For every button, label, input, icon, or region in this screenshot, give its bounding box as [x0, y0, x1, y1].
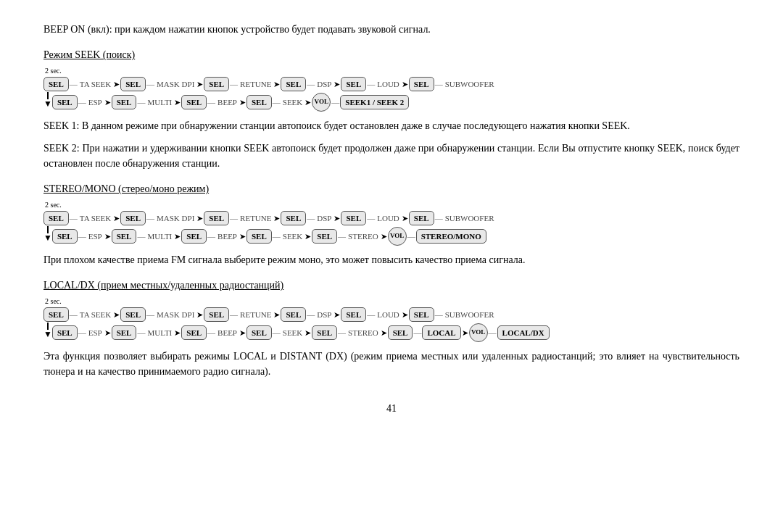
- s2-r2-sel-4: SEL: [246, 229, 272, 244]
- multi-label: MULTI: [146, 96, 173, 109]
- section-local-title: LOCAL/DX (прием местных/удаленных радиос…: [44, 278, 740, 293]
- ta-seek-label-1: TA SEEK: [78, 78, 112, 91]
- stereo-desc: При плохом качестве приема FM сигнала вы…: [44, 252, 740, 267]
- s3-seek: SEEK: [281, 327, 304, 339]
- s2-subwoofer: SUBWOOFER: [444, 212, 496, 225]
- s3-r2-sel-3: SEL: [181, 325, 207, 340]
- s2-btn-sel-5: SEL: [341, 211, 366, 225]
- s2-btn-sel-1: SEL: [44, 211, 69, 225]
- s2-r2-sel-5: SEL: [312, 229, 337, 244]
- stereo-diagram: 2 sec. SEL — TA SEEK ➤ SEL — MASK DPI ➤ …: [44, 199, 740, 246]
- s2-seek: SEEK: [281, 230, 304, 243]
- seek-row2-group: ▼ SEL — ESP ➤ SEL — MULTI ➤ SEL — BEEP ➤…: [44, 92, 740, 112]
- btn-sel-r2-2: SEL: [112, 95, 137, 109]
- stereo-mono-label: STEREO/MONO: [416, 229, 486, 244]
- local-diagram: 2 sec. SEL — TA SEEK ➤ SEL — MASK DPI ➤ …: [44, 296, 740, 343]
- section-local: LOCAL/DX (прием местных/удаленных радиос…: [44, 278, 740, 379]
- s3-loud: LOUD: [376, 309, 401, 321]
- local-desc: Эта функция позволяет выбирать режимы LO…: [44, 349, 740, 379]
- stereo-row2-group: ▼ SEL — ESP ➤ SEL — MULTI ➤ SEL — BEEP ➤…: [44, 226, 740, 246]
- section-seek-title: Режим SEEK (поиск): [44, 47, 740, 62]
- s2-multi: MULTI: [146, 230, 173, 243]
- s2-btn-vol: VOL: [388, 227, 407, 246]
- btn-sel-r2-4: SEL: [246, 95, 272, 109]
- section-stereo: STEREO/MONO (стерео/моно режим) 2 sec. S…: [44, 181, 740, 267]
- s3-btn-sel-6: SEL: [409, 307, 434, 322]
- retune-label: RETUNE: [239, 78, 273, 91]
- local-row2-group: ▼ SEL — ESP ➤ SEL — MULTI ➤ SEL — BEEP ➤…: [44, 323, 740, 343]
- s2-beep: BEEP: [216, 230, 239, 243]
- s2-r2-sel-1: SEL: [52, 229, 78, 244]
- s3-beep: BEEP: [216, 327, 239, 339]
- s3-btn-sel-2: SEL: [120, 307, 146, 322]
- beep-label: BEEP: [216, 96, 239, 109]
- seek1-text: SEEK 1: В данном режиме при обнаружении …: [44, 118, 740, 133]
- seek1-seek2-label: SEEK1 / SEEK 2: [340, 95, 409, 109]
- btn-sel-r2-1: SEL: [52, 95, 78, 109]
- section-stereo-title: STEREO/MONO (стерео/моно режим): [44, 181, 740, 196]
- stereo-row1: SEL — TA SEEK ➤ SEL — MASK DPI ➤ SEL — R…: [44, 211, 740, 225]
- btn-sel-5: SEL: [341, 77, 366, 91]
- btn-vol-1: VOL: [312, 93, 331, 112]
- s2-mask-dpi: MASK DPI: [155, 212, 196, 225]
- s3-r2-sel-6: SEL: [388, 325, 413, 340]
- s2-r2-sel-2: SEL: [112, 229, 137, 244]
- s2-btn-sel-3: SEL: [204, 211, 229, 225]
- local-row1: SEL — TA SEEK ➤ SEL — MASK DPI ➤ SEL — R…: [44, 307, 740, 322]
- beep-on-text: BEEP ON (вкл): при каждом нажатии кнопок…: [44, 22, 740, 37]
- seek-label: SEEK: [281, 96, 304, 109]
- s3-subwoofer: SUBWOOFER: [444, 309, 496, 321]
- s3-btn-sel-5: SEL: [341, 307, 366, 322]
- s2-loud: LOUD: [376, 212, 401, 225]
- s3-stereo: STEREO: [347, 327, 380, 339]
- s3-r2-sel-4: SEL: [246, 325, 272, 340]
- s2-r2-sel-3: SEL: [181, 229, 207, 244]
- seek2-text: SEEK 2: При нажатии и удерживании кнопки…: [44, 141, 740, 171]
- s3-r2-sel-1: SEL: [52, 325, 78, 340]
- seek-diagram: 2 sec. SEL — TA SEEK ➤ SEL — MASK DPI ➤ …: [44, 65, 740, 112]
- btn-sel-2: SEL: [120, 77, 146, 91]
- s2-btn-sel-2: SEL: [120, 211, 146, 225]
- s3-btn-sel-3: SEL: [204, 307, 229, 322]
- mask-dpi-label: MASK DPI: [155, 78, 196, 91]
- local-row2: SEL — ESP ➤ SEL — MULTI ➤ SEL — BEEP ➤ S…: [52, 323, 550, 342]
- esp-label: ESP: [87, 96, 104, 109]
- s2-btn-sel-6: SEL: [409, 211, 434, 225]
- seek-2sec: 2 sec.: [45, 65, 740, 76]
- s3-r2-sel-2: SEL: [112, 325, 137, 340]
- page-number: 41: [44, 401, 740, 416]
- s3-mask-dpi: MASK DPI: [155, 309, 196, 321]
- s2-retune: RETUNE: [239, 212, 273, 225]
- s3-dsp: DSP: [315, 309, 333, 321]
- loud-label: LOUD: [376, 78, 401, 91]
- btn-sel-6: SEL: [409, 77, 434, 91]
- s2-ta-seek: TA SEEK: [78, 212, 112, 225]
- s3-btn-vol: VOL: [469, 323, 488, 342]
- s3-retune: RETUNE: [239, 309, 273, 321]
- section-seek: Режим SEEK (поиск) 2 sec. SEL — TA SEEK …: [44, 47, 740, 171]
- stereo-row2: SEL — ESP ➤ SEL — MULTI ➤ SEL — BEEP ➤ S…: [52, 227, 486, 246]
- s2-esp: ESP: [87, 230, 104, 243]
- s3-ta-seek: TA SEEK: [78, 309, 112, 321]
- btn-sel-1: SEL: [44, 77, 69, 91]
- s3-btn-sel-1: SEL: [44, 307, 69, 322]
- seek-row1: SEL — TA SEEK ➤ SEL — MASK DPI ➤ SEL — R…: [44, 77, 740, 91]
- s2-stereo: STEREO: [347, 230, 380, 243]
- s3-multi: MULTI: [146, 327, 173, 339]
- s2-btn-sel-4: SEL: [281, 211, 306, 225]
- page-content: BEEP ON (вкл): при каждом нажатии кнопок…: [44, 22, 740, 416]
- s2-dsp: DSP: [315, 212, 333, 225]
- local-dx-label: LOCAL/DX: [497, 325, 550, 340]
- btn-sel-r2-3: SEL: [181, 95, 207, 109]
- dsp-label: DSP: [315, 78, 333, 91]
- s3-local-label: LOCAL: [422, 325, 460, 340]
- btn-sel-3: SEL: [204, 77, 229, 91]
- s3-btn-sel-4: SEL: [281, 307, 306, 322]
- btn-sel-4: SEL: [281, 77, 306, 91]
- stereo-2sec: 2 sec.: [45, 199, 740, 210]
- subwoofer-label: SUBWOOFER: [444, 78, 496, 91]
- s3-r2-sel-5: SEL: [312, 325, 337, 340]
- seek-row2: SEL — ESP ➤ SEL — MULTI ➤ SEL — BEEP ➤ S…: [52, 93, 409, 112]
- local-2sec: 2 sec.: [45, 296, 740, 307]
- s3-esp: ESP: [87, 327, 104, 339]
